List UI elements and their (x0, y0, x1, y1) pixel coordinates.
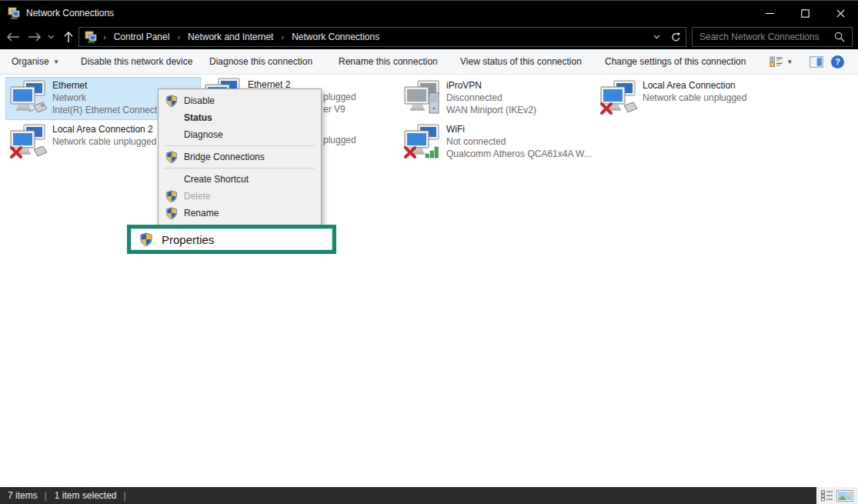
chevron-down-icon (653, 35, 660, 39)
connection-name: iProVPN (446, 79, 536, 92)
connection-name: Local Area Connection (643, 79, 746, 92)
menu-item-rename[interactable]: Rename (159, 205, 321, 222)
minimize-icon (766, 9, 774, 18)
context-menu: Disable Status Diagnose Bridge Connectio… (158, 88, 322, 227)
close-button[interactable] (823, 1, 858, 25)
close-icon (836, 9, 845, 18)
uac-shield-icon (165, 151, 178, 163)
connection-name: WiFi (446, 123, 592, 135)
connection-device: WAN Miniport (IKEv2) (446, 104, 536, 116)
menu-item-delete: Delete (159, 188, 321, 205)
address-field[interactable]: › Control Panel › Network and Internet ›… (78, 27, 686, 47)
items-count: 7 items (8, 490, 38, 501)
view-toggle-group (816, 487, 858, 504)
menu-item-properties[interactable]: Properties (131, 229, 332, 250)
obscured-text-fragment: plugged (323, 92, 356, 102)
status-bar: 7 items | 1 item selected | (0, 487, 858, 504)
breadcrumb-network-connections[interactable]: Network Connections (290, 32, 381, 42)
recent-locations-button[interactable] (45, 25, 57, 49)
connection-status: Network cable unplugged (52, 135, 156, 148)
connection-status: Disconnected (446, 92, 536, 104)
ethernet-unplugged-icon (599, 80, 638, 115)
connection-status: Network cable unplugged (643, 92, 746, 104)
preview-pane-button[interactable] (810, 49, 823, 74)
forward-icon (28, 32, 42, 42)
ethernet-unplugged-icon (9, 124, 48, 159)
minimize-button[interactable] (752, 1, 787, 25)
search-icon[interactable] (834, 32, 845, 42)
disable-device-command[interactable]: Disable this network device (81, 49, 192, 74)
view-status-command[interactable]: View status of this connection (460, 49, 582, 74)
network-connections-window: Network Connections (0, 0, 858, 504)
obscured-text-fragment: er V9 (323, 104, 346, 115)
properties-highlight-box: Properties (127, 225, 336, 254)
thumbnails-view-icon (836, 490, 853, 502)
connection-item-local-area-connection[interactable]: Local Area Connection Network cable unpl… (596, 78, 790, 119)
connection-device: Qualcomm Atheros QCA61x4A W... (446, 148, 592, 160)
title-bar: Network Connections (0, 0, 858, 25)
menu-item-diagnose[interactable]: Diagnose (159, 126, 321, 143)
wifi-connection-icon (403, 124, 442, 159)
vpn-connection-icon (403, 80, 442, 115)
connection-name: Ethernet (52, 79, 157, 92)
uac-shield-icon (139, 232, 153, 246)
uac-shield-icon (165, 207, 178, 219)
status-separator: | (124, 490, 126, 501)
chevron-down-icon: ▾ (788, 58, 792, 65)
breadcrumb-network-and-internet[interactable]: Network and Internet (186, 32, 275, 42)
search-box[interactable] (692, 27, 853, 47)
uac-shield-icon (165, 190, 178, 202)
chevron-down-icon (48, 35, 55, 39)
forward-button[interactable] (25, 25, 45, 49)
views-icon (770, 55, 783, 68)
status-separator: | (45, 490, 47, 501)
connection-item-iprovpn[interactable]: iProVPN Disconnected WAN Miniport (IKEv2… (400, 78, 594, 119)
diagnose-connection-command[interactable]: Diagnose this connection (209, 49, 312, 74)
address-bar: › Control Panel › Network and Internet ›… (0, 25, 858, 49)
ethernet-connection-icon (9, 80, 48, 115)
menu-separator (165, 168, 315, 169)
menu-separator (165, 145, 315, 146)
breadcrumb-separator: › (171, 32, 186, 42)
connection-name: Local Area Connection 2 (52, 123, 156, 135)
details-view-button[interactable] (821, 490, 833, 501)
thumbnails-view-button[interactable] (836, 490, 853, 502)
organise-button[interactable]: Organise▾ (12, 49, 58, 74)
obscured-text-fragment: plugged (323, 135, 356, 145)
refresh-button[interactable] (666, 32, 686, 42)
up-button[interactable] (58, 25, 78, 49)
connection-device: Intel(R) Ethernet Connect (52, 104, 157, 116)
refresh-icon (671, 32, 681, 42)
location-icon (85, 31, 97, 43)
help-button[interactable]: ? (831, 49, 844, 74)
breadcrumb-separator: › (275, 32, 290, 42)
maximize-icon (801, 9, 810, 18)
menu-item-bridge-connections[interactable]: Bridge Connections (159, 149, 321, 165)
command-toolbar: Organise▾ Disable this network device Di… (0, 49, 858, 75)
details-view-icon (821, 490, 833, 501)
views-button[interactable]: ▾ (770, 49, 792, 74)
connection-item-wifi[interactable]: WiFi Not connected Qualcomm Atheros QCA6… (400, 122, 594, 163)
chevron-down-icon: ▾ (55, 58, 58, 65)
change-settings-command[interactable]: Change settings of this connection (605, 49, 746, 74)
uac-shield-icon (165, 95, 178, 107)
help-icon: ? (831, 55, 844, 68)
selection-count: 1 item selected (55, 490, 117, 501)
connection-status: Network (52, 92, 157, 104)
up-icon (64, 31, 73, 43)
app-icon (8, 7, 20, 19)
menu-item-disable[interactable]: Disable (159, 92, 321, 109)
connection-status: Not connected (446, 135, 592, 148)
maximize-button[interactable] (787, 1, 823, 25)
address-dropdown-button[interactable] (647, 35, 666, 39)
breadcrumb-separator: › (97, 32, 112, 42)
menu-item-create-shortcut[interactable]: Create Shortcut (159, 171, 321, 188)
preview-pane-icon (810, 56, 823, 68)
back-button[interactable] (3, 25, 23, 49)
rename-connection-command[interactable]: Rename this connection (339, 49, 438, 74)
wifi-signal-icon (426, 147, 439, 158)
search-input[interactable] (693, 32, 833, 42)
window-title: Network Connections (26, 8, 114, 18)
breadcrumb-control-panel[interactable]: Control Panel (112, 32, 172, 42)
menu-item-status[interactable]: Status (159, 109, 321, 126)
